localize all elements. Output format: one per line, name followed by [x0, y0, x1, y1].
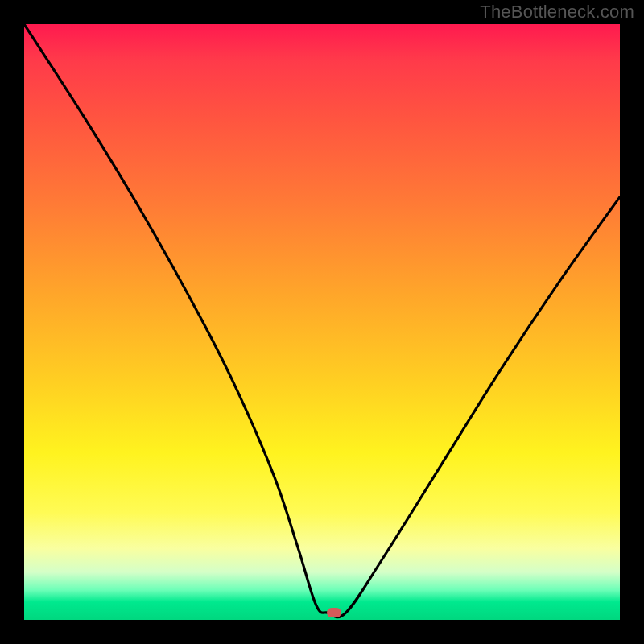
chart-frame: TheBottleneck.com	[0, 0, 644, 644]
plot-area	[24, 24, 620, 620]
bottleneck-curve	[24, 24, 620, 620]
curve-minimum-marker	[327, 608, 341, 617]
watermark-text: TheBottleneck.com	[480, 2, 634, 23]
